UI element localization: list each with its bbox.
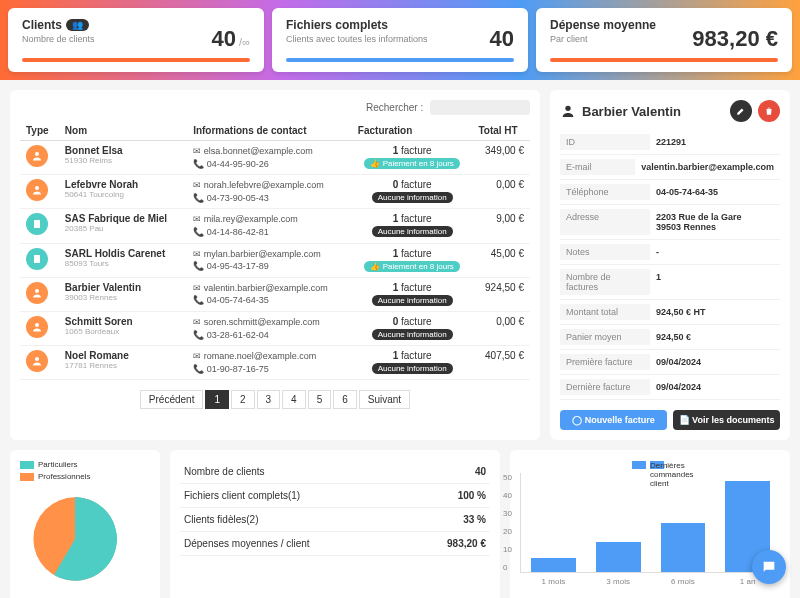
table-row[interactable]: Bonnet Elsa51930 Reims ✉ elsa.bonnet@exa… xyxy=(20,141,530,175)
users-badge-icon: 👥 xyxy=(66,19,89,31)
summary-card: Clients 👥 Nombre de clients 40 /∞ xyxy=(8,8,264,72)
detail-key: Téléphone xyxy=(560,184,650,200)
table-row[interactable]: Schmitt Soren1065 Bordeaux ✉ soren.schmi… xyxy=(20,311,530,345)
new-invoice-button[interactable]: ◯ Nouvelle facture xyxy=(560,410,667,430)
table-row[interactable]: Noel Romane17781 Rennes ✉ romane.noel@ex… xyxy=(20,346,530,380)
client-location: 50641 Tourcoing xyxy=(65,190,181,199)
page-number[interactable]: 6 xyxy=(333,390,357,409)
client-phone: 📞 04-14-86-42-81 xyxy=(193,226,346,239)
client-amount: 45,00 € xyxy=(472,243,530,277)
client-location: 17781 Rennes xyxy=(65,361,181,370)
column-header[interactable]: Total HT xyxy=(472,121,530,141)
user-icon xyxy=(560,103,576,119)
client-name: SARL Holdis Carenet xyxy=(65,248,181,259)
column-header[interactable]: Facturation xyxy=(352,121,473,141)
detail-row: Première facture09/04/2024 xyxy=(560,350,780,375)
search-input[interactable] xyxy=(430,100,530,115)
client-name: SAS Fabrique de Miel xyxy=(65,213,181,224)
bar-label: 3 mois xyxy=(596,577,641,586)
detail-value: 04-05-74-64-35 xyxy=(650,184,780,200)
client-amount: 924,50 € xyxy=(472,277,530,311)
client-amount: 0,00 € xyxy=(472,175,530,209)
page-number[interactable]: 1 xyxy=(205,390,229,409)
page-number[interactable]: 5 xyxy=(308,390,332,409)
svg-point-1 xyxy=(35,186,39,190)
detail-row: Panier moyen924,50 € xyxy=(560,325,780,350)
svg-rect-2 xyxy=(34,220,40,228)
detail-row: Adresse2203 Rue de la Gare39503 Rennes xyxy=(560,205,780,240)
client-email: ✉ norah.lefebvre@example.com xyxy=(193,179,346,192)
detail-title: Barbier Valentin xyxy=(582,104,724,119)
page-next[interactable]: Suivant xyxy=(359,390,410,409)
stat-label: Nombre de clients xyxy=(184,466,265,477)
client-detail-panel: Barbier Valentin ID221291E-mailvalentin.… xyxy=(550,90,790,440)
svg-point-6 xyxy=(35,357,39,361)
column-header[interactable]: Type xyxy=(20,121,59,141)
svg-rect-3 xyxy=(34,255,40,263)
bill-status-badge: Aucune information xyxy=(372,295,453,306)
bill-status-badge: 👍 Paiement en 8 jours xyxy=(364,158,459,169)
page-number[interactable]: 4 xyxy=(282,390,306,409)
page-prev[interactable]: Précédent xyxy=(140,390,204,409)
client-location: 85093 Tours xyxy=(65,259,181,268)
page-number[interactable]: 2 xyxy=(231,390,255,409)
card-progress-bar xyxy=(22,58,250,62)
client-name: Noel Romane xyxy=(65,350,181,361)
svg-point-0 xyxy=(35,152,39,156)
stat-value: 33 % xyxy=(463,514,486,525)
detail-value: - xyxy=(650,244,780,260)
client-phone: 📞 01-90-87-16-75 xyxy=(193,363,346,376)
pagination: Précédent123456Suivant xyxy=(20,390,530,409)
svg-point-7 xyxy=(565,106,570,111)
stat-label: Fichiers client complets(1) xyxy=(184,490,300,501)
stat-row: Dépenses moyennes / client983,20 € xyxy=(180,532,490,556)
table-row[interactable]: Barbier Valentin39003 Rennes ✉ valentin.… xyxy=(20,277,530,311)
bar-label: 6 mois xyxy=(661,577,706,586)
svg-point-4 xyxy=(35,289,39,293)
detail-key: Nombre de factures xyxy=(560,269,650,295)
detail-row: Notes- xyxy=(560,240,780,265)
search-label: Rechercher : xyxy=(366,102,423,113)
view-documents-button[interactable]: 📄 Voir les documents xyxy=(673,410,780,430)
stat-value: 983,20 € xyxy=(447,538,486,549)
detail-value: 09/04/2024 xyxy=(650,379,780,395)
detail-key: ID xyxy=(560,134,650,150)
table-row[interactable]: SAS Fabrique de Miel20385 Pau ✉ mila.rey… xyxy=(20,209,530,243)
client-email: ✉ elsa.bonnet@example.com xyxy=(193,145,346,158)
stat-value: 40 xyxy=(475,466,486,477)
detail-row: Nombre de factures1 xyxy=(560,265,780,300)
bill-count: 1 facture xyxy=(358,248,467,259)
client-email: ✉ soren.schmitt@example.com xyxy=(193,316,346,329)
detail-value: 924,50 € HT xyxy=(650,304,780,320)
table-row[interactable]: SARL Holdis Carenet85093 Tours ✉ mylan.b… xyxy=(20,243,530,277)
detail-value: valentin.barbier@example.com xyxy=(635,159,780,175)
bill-status-badge: 👍 Paiement en 8 jours xyxy=(364,261,459,272)
detail-key: E-mail xyxy=(560,159,635,175)
bill-count: 1 facture xyxy=(358,350,467,361)
chat-fab[interactable] xyxy=(752,550,786,584)
bill-status-badge: Aucune information xyxy=(372,329,453,340)
stat-label: Clients fidèles(2) xyxy=(184,514,258,525)
detail-row: Montant total924,50 € HT xyxy=(560,300,780,325)
column-header[interactable]: Informations de contact xyxy=(187,121,352,141)
pie-chart xyxy=(20,484,130,594)
client-list-panel: Rechercher : TypeNomInformations de cont… xyxy=(10,90,540,440)
legend-item: Particuliers xyxy=(20,460,150,469)
delete-button[interactable] xyxy=(758,100,780,122)
page-number[interactable]: 3 xyxy=(257,390,281,409)
client-name: Barbier Valentin xyxy=(65,282,181,293)
edit-button[interactable] xyxy=(730,100,752,122)
bill-count: 1 facture xyxy=(358,213,467,224)
card-subtitle: Clients avec toutes les informations xyxy=(286,34,514,44)
avatar xyxy=(26,248,48,270)
client-location: 1065 Bordeaux xyxy=(65,327,181,336)
avatar xyxy=(26,213,48,235)
detail-key: Première facture xyxy=(560,354,650,370)
column-header[interactable]: Nom xyxy=(59,121,187,141)
table-row[interactable]: Lefebvre Norah50641 Tourcoing ✉ norah.le… xyxy=(20,175,530,209)
bar-legend-label: Dernières commandes client xyxy=(650,461,664,469)
client-amount: 9,00 € xyxy=(472,209,530,243)
card-value: 40 xyxy=(490,26,514,52)
client-name: Schmitt Soren xyxy=(65,316,181,327)
client-table: TypeNomInformations de contactFacturatio… xyxy=(20,121,530,380)
